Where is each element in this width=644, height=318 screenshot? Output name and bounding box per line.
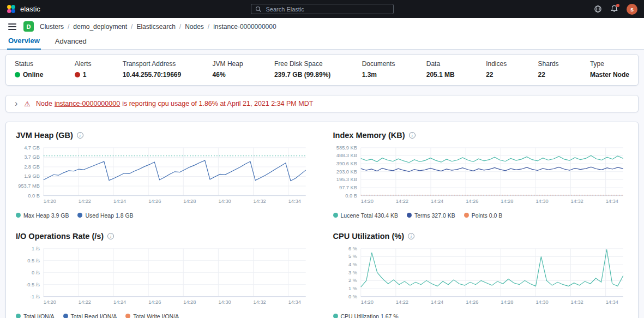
chart-legend: CPU Utilization 1.67 % [333, 313, 629, 318]
index-memory-chart: Index Memory (KB) i 0.0 B97.7 KB195.3 KB… [333, 131, 629, 219]
cpu-utilization-chart: CPU Utilization (%) i 0 %1 %2 %3 %4 %5 %… [333, 232, 629, 318]
stat-label: Status [15, 60, 43, 68]
x-axis-label: 14:28 [183, 199, 196, 204]
x-axis-label: 14:28 [183, 299, 196, 305]
index-memory-plot: 0.0 B97.7 KB195.3 KB293.0 KB390.6 KB488.… [333, 144, 629, 210]
x-axis-label: 14:34 [288, 299, 301, 305]
x-axis-label: 14:32 [570, 299, 583, 305]
info-icon[interactable]: i [77, 132, 83, 139]
x-axis-label: 14:30 [218, 199, 231, 204]
stat-alerts: Alerts 1 [75, 60, 92, 79]
global-search[interactable] [251, 4, 394, 14]
tab-advanced[interactable]: Advanced [54, 37, 88, 49]
x-axis-label: 14:26 [466, 199, 478, 204]
legend-dot [16, 314, 21, 318]
stat-value: 22 [538, 71, 559, 79]
legend-item[interactable]: Max Heap 3.9 GB [16, 212, 69, 219]
x-axis-label: 14:20 [44, 299, 56, 305]
y-axis-label: -0.5 /s [26, 282, 40, 287]
status-online-dot [15, 72, 20, 77]
y-axis-label: 953.7 MB [18, 183, 40, 189]
x-axis-label: 14:22 [395, 199, 408, 204]
legend-dot [407, 213, 412, 218]
alert-dot [75, 72, 80, 77]
tab-overview[interactable]: Overview [7, 37, 41, 50]
legend-dot [16, 213, 21, 218]
stat-value: Master Node [590, 71, 629, 79]
x-axis-label: 14:28 [501, 299, 513, 305]
legend-item[interactable]: Points 0.0 B [464, 212, 503, 219]
y-axis-label: 97.7 KB [339, 185, 357, 190]
globe-button[interactable] [594, 5, 602, 13]
y-axis-label: 5 % [348, 254, 357, 259]
legend-label: Used Heap 1.8 GB [85, 212, 133, 219]
x-axis-label: 14:34 [605, 299, 618, 305]
y-axis-label: 1.9 GB [24, 173, 40, 179]
legend-item[interactable]: CPU Utilization 1.67 % [333, 313, 399, 318]
brand-text: elastic [20, 5, 40, 13]
y-axis-label: -1 /s [30, 294, 40, 299]
menu-hamburger-icon[interactable] [7, 22, 17, 31]
legend-item[interactable]: Terms 327.0 KB [407, 212, 455, 219]
top-bar: elastic s [0, 0, 644, 18]
chevron-right-icon[interactable]: › [14, 99, 19, 108]
legend-item[interactable]: Total Write I/ON/A [125, 313, 179, 318]
stat-label: Free Disk Space [274, 60, 330, 68]
x-axis-label: 14:32 [254, 299, 266, 305]
charts-panel: JVM Heap (GB) i 0.0 B953.7 MB1.9 GB2.8 G… [5, 122, 639, 318]
y-axis-label: 1 /s [32, 246, 40, 251]
y-axis-label: 0.0 B [28, 193, 40, 199]
search-input[interactable] [265, 5, 389, 13]
breadcrumb-deployment[interactable]: demo_deployment [73, 23, 127, 31]
deployment-badge[interactable]: D [23, 21, 34, 32]
x-axis-label: 14:32 [254, 199, 266, 204]
chart-legend: Lucene Total 430.4 KBTerms 327.0 KBPoint… [333, 212, 629, 219]
breadcrumb-elasticsearch[interactable]: Elasticsearch [136, 23, 175, 31]
alert-message: Node instance-0000000000 is reporting cp… [36, 100, 313, 107]
x-axis-label: 14:32 [570, 199, 583, 204]
breadcrumb-clusters[interactable]: Clusters [40, 23, 64, 31]
stat-label: Documents [362, 60, 395, 68]
stat-shards: Shards 22 [538, 60, 559, 79]
cpu-utilization-plot: 0 %1 %2 %3 %4 %5 %6 %14:2014:2214:2414:2… [333, 245, 629, 311]
legend-item[interactable]: Used Heap 1.8 GB [77, 212, 133, 219]
user-avatar[interactable]: s [627, 4, 637, 15]
x-axis-label: 14:26 [148, 199, 161, 204]
breadcrumb-nodes[interactable]: Nodes [185, 23, 204, 31]
globe-icon [594, 5, 602, 13]
legend-dot [464, 213, 469, 218]
info-icon[interactable]: i [107, 233, 114, 239]
legend-item[interactable]: Lucene Total 430.4 KB [333, 212, 398, 219]
elastic-home-button[interactable]: elastic [7, 4, 40, 14]
stat-free-disk: Free Disk Space 239.7 GB (99.89%) [274, 60, 330, 79]
y-axis-label: 2 % [348, 278, 357, 283]
x-axis-label: 14:30 [535, 299, 548, 305]
chart-title: Index Memory (KB) [333, 131, 405, 140]
node-link[interactable]: instance-0000000000 [55, 100, 120, 107]
stat-label: Transport Address [123, 60, 181, 68]
x-axis-label: 14:24 [113, 299, 126, 305]
x-axis-label: 14:26 [148, 299, 161, 305]
stat-label: Indices [486, 60, 507, 68]
stat-status: Status Online [15, 60, 43, 79]
elastic-logo [7, 4, 16, 14]
breadcrumb-separator: / [68, 23, 69, 31]
series-used-heap [44, 160, 306, 181]
y-axis-label: 4 % [348, 262, 357, 267]
legend-dot [77, 213, 82, 218]
stat-data: Data 205.1 MB [426, 60, 455, 79]
y-axis-label: 3 % [348, 270, 357, 275]
info-icon[interactable]: i [409, 132, 416, 139]
y-axis-label: 0.5 /s [27, 258, 40, 263]
notifications-button[interactable] [610, 5, 618, 13]
stat-label: JVM Heap [213, 60, 243, 68]
stat-value[interactable]: 1 [75, 71, 92, 79]
breadcrumb-separator: / [208, 23, 209, 31]
x-axis-label: 14:20 [360, 299, 373, 305]
legend-label: Total Read I/ON/A [71, 313, 117, 318]
legend-label: Total Write I/ON/A [133, 313, 179, 318]
legend-item[interactable]: Total Read I/ON/A [63, 313, 117, 318]
legend-dot [125, 314, 130, 318]
legend-item[interactable]: Total I/ON/A [16, 313, 55, 318]
info-icon[interactable]: i [408, 233, 414, 239]
